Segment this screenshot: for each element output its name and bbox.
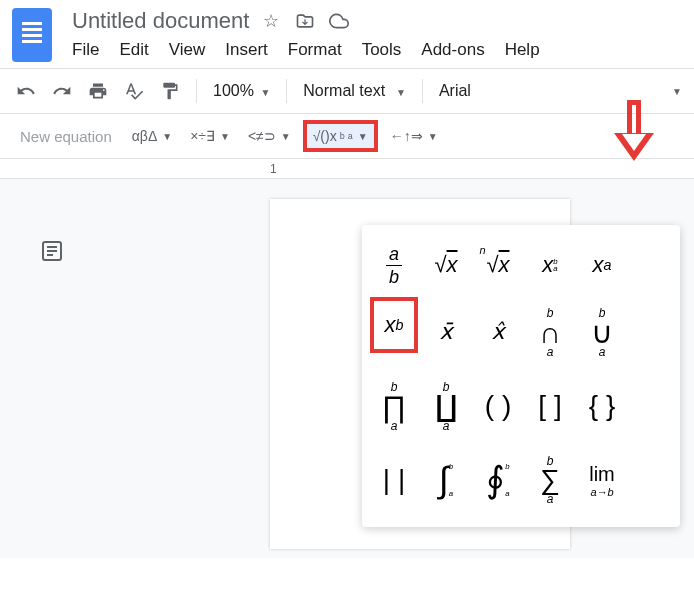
new-equation-button[interactable]: New equation — [12, 124, 120, 149]
parentheses-option[interactable]: ( ) — [474, 371, 522, 441]
header-bar: Untitled document ☆ File Edit View Inser… — [0, 0, 694, 68]
misc-ops-dropdown[interactable]: ×÷∃ ▼ — [184, 124, 236, 148]
relations-dropdown[interactable]: <≠⊃ ▼ — [242, 124, 297, 148]
braces-option[interactable]: { } — [578, 371, 626, 441]
xbar-option[interactable]: x̄ — [422, 297, 470, 367]
menu-tools[interactable]: Tools — [362, 40, 402, 60]
zoom-dropdown[interactable]: 100% ▼ — [209, 78, 274, 104]
star-icon[interactable]: ☆ — [261, 11, 281, 31]
math-ops-dropdown[interactable]: √()xba ▼ — [303, 120, 378, 152]
math-ops-submenu: ab √x n√x xba xa xb x̄ x̂ b∩a b∪a b∏a b∐… — [362, 225, 680, 527]
annotation-arrow — [614, 100, 654, 168]
ruler[interactable]: 1 — [0, 159, 694, 179]
sum-option[interactable]: b∑a — [526, 445, 574, 515]
doc-header: Untitled document ☆ File Edit View Inser… — [72, 8, 682, 68]
menu-addons[interactable]: Add-ons — [421, 40, 484, 60]
toolbar-separator — [422, 79, 423, 103]
toolbar-separator — [286, 79, 287, 103]
coproduct-option[interactable]: b∐a — [422, 371, 470, 441]
intersection-option[interactable]: b∩a — [526, 297, 574, 367]
xhat-option[interactable]: x̂ — [474, 297, 522, 367]
fraction-option[interactable]: ab — [370, 237, 418, 293]
arrows-dropdown[interactable]: ←↑⇒ ▼ — [384, 124, 444, 148]
subscript-option[interactable]: xa — [578, 237, 626, 293]
ruler-mark: 1 — [270, 162, 277, 176]
doc-title[interactable]: Untitled document — [72, 8, 249, 34]
cloud-status-icon[interactable] — [329, 11, 349, 31]
outline-icon[interactable] — [40, 239, 64, 267]
title-icons: ☆ — [261, 11, 349, 31]
move-folder-icon[interactable] — [295, 11, 315, 31]
sub-sup-option[interactable]: xba — [526, 237, 574, 293]
menu-view[interactable]: View — [169, 40, 206, 60]
redo-icon[interactable] — [48, 77, 76, 105]
chevron-down-icon[interactable]: ▼ — [672, 86, 682, 97]
sqrt-option[interactable]: √x — [422, 237, 470, 293]
menu-format[interactable]: Format — [288, 40, 342, 60]
bars-option[interactable]: | | — [370, 445, 418, 515]
spellcheck-icon[interactable] — [120, 77, 148, 105]
toolbar-separator — [196, 79, 197, 103]
title-row: Untitled document ☆ — [72, 8, 682, 34]
equation-toolbar: New equation αβΔ ▼ ×÷∃ ▼ <≠⊃ ▼ √()xba ▼ … — [0, 113, 694, 158]
menu-insert[interactable]: Insert — [225, 40, 268, 60]
print-icon[interactable] — [84, 77, 112, 105]
styles-dropdown[interactable]: Normal text ▼ — [299, 78, 410, 104]
limit-option[interactable]: lima→b — [578, 445, 626, 515]
menu-help[interactable]: Help — [505, 40, 540, 60]
contour-integral-option[interactable]: ∮ba — [474, 445, 522, 515]
menu-edit[interactable]: Edit — [119, 40, 148, 60]
main-toolbar: 100% ▼ Normal text ▼ Arial ▼ — [0, 68, 694, 113]
union-option[interactable]: b∪a — [578, 297, 626, 367]
greek-letters-dropdown[interactable]: αβΔ ▼ — [126, 124, 178, 148]
undo-icon[interactable] — [12, 77, 40, 105]
font-dropdown[interactable]: Arial — [435, 78, 475, 104]
paint-format-icon[interactable] — [156, 77, 184, 105]
docs-logo-icon[interactable] — [12, 8, 52, 62]
menu-file[interactable]: File — [72, 40, 99, 60]
product-option[interactable]: b∏a — [370, 371, 418, 441]
integral-option[interactable]: ∫ba — [422, 445, 470, 515]
nth-root-option[interactable]: n√x — [474, 237, 522, 293]
brackets-option[interactable]: [ ] — [526, 371, 574, 441]
menu-bar: File Edit View Insert Format Tools Add-o… — [72, 38, 682, 68]
superscript-option[interactable]: xb — [370, 297, 418, 353]
